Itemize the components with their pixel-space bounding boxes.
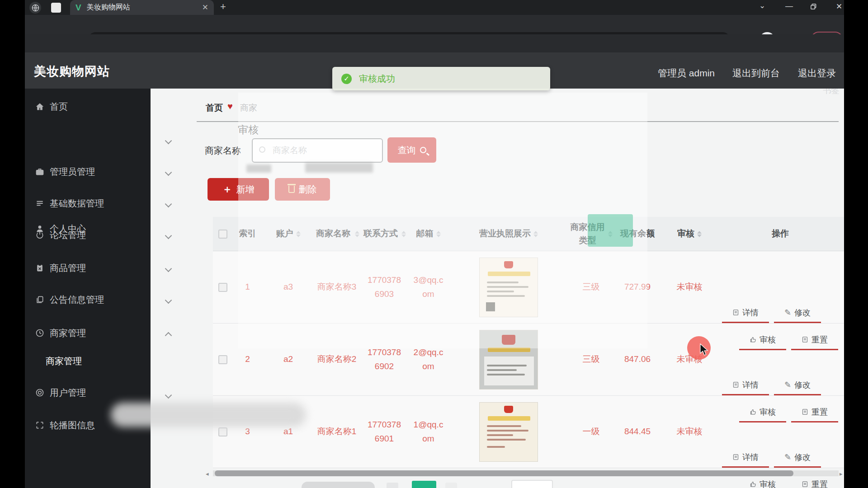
scroll-left-arrow[interactable]: ◂ — [206, 470, 209, 477]
audit-button[interactable]: 审核 — [739, 405, 786, 422]
sidebar-label: 基础数据管理 — [50, 197, 104, 210]
pagination-prev-button[interactable] — [387, 483, 398, 488]
list-icon — [35, 198, 45, 208]
document-icon — [732, 309, 739, 316]
document-icon — [802, 481, 808, 488]
chevron-down-icon[interactable] — [165, 137, 172, 145]
globe-icon[interactable] — [29, 2, 41, 14]
logout-link[interactable]: 退出登录 — [798, 67, 836, 80]
col-header-actions: 操作 — [717, 227, 844, 240]
chevron-down-icon[interactable] — [165, 169, 172, 176]
sidebar-item-notice[interactable]: 公告信息管理 — [25, 289, 151, 310]
toast-message: 审核成功 — [359, 73, 395, 85]
cell-audit-status: 未审核 — [662, 425, 717, 438]
scroll-right-arrow[interactable]: ▸ — [840, 470, 843, 477]
chevron-down-icon[interactable] — [165, 201, 172, 208]
edit-button[interactable]: ✎修改 — [774, 450, 821, 468]
sidebar-item-basic-data[interactable]: 基础数据管理 — [25, 192, 151, 214]
document-icon — [802, 408, 808, 415]
detail-button[interactable]: 详情 — [722, 450, 769, 468]
row-checkbox[interactable] — [218, 427, 227, 436]
pagination-total — [302, 482, 375, 488]
reset-button[interactable]: 重置 — [791, 477, 838, 488]
blurred-watermark — [111, 403, 306, 427]
row-checkbox[interactable] — [218, 283, 227, 292]
pinned-tab-icon[interactable] — [51, 3, 61, 13]
detail-button[interactable]: 详情 — [722, 378, 769, 395]
select-all-checkbox[interactable] — [218, 230, 227, 239]
reset-button[interactable]: 重置 — [791, 405, 838, 422]
sidebar-sublabel: 商家管理 — [46, 355, 82, 367]
browser-address-bar: ← → ⟳ i localhost:8081/#/shangjia ☆ 无痕模式… — [25, 15, 844, 34]
page-size-select[interactable] — [511, 480, 553, 488]
sidebar-label: 公告信息管理 — [50, 294, 104, 306]
col-header-audit[interactable]: 审核 — [662, 227, 717, 240]
sidebar-item-admin[interactable]: 管理员管理 — [25, 161, 151, 183]
tab-close-icon[interactable]: ✕ — [202, 3, 208, 12]
chevron-down-icon[interactable] — [165, 265, 172, 272]
audit-button[interactable]: 审核 — [739, 333, 786, 350]
pagination-next-button[interactable] — [445, 483, 457, 488]
chevron-up-icon[interactable] — [165, 332, 172, 339]
cell-index: 2 — [233, 352, 262, 366]
sidebar-item-merchant[interactable]: 商家管理 — [25, 322, 151, 344]
sidebar-item-goods[interactable]: 商品管理 — [25, 257, 151, 279]
cell-audit-status: 未审核 — [662, 280, 717, 294]
tab-search-icon[interactable]: ⌄ — [759, 1, 765, 10]
chevron-down-icon[interactable] — [165, 297, 172, 304]
horizontal-scrollbar-thumb[interactable] — [215, 470, 793, 476]
sidebar-label: 轮播图信息 — [50, 419, 95, 432]
detail-button[interactable]: 详情 — [722, 305, 769, 323]
sidebar-item-users[interactable]: 用户管理 — [25, 382, 151, 404]
sort-icon[interactable] — [697, 231, 702, 237]
screen: V 美妆购物网站 ✕ + ⌄ — ✕ ← → ⟳ i localhost:808… — [0, 0, 868, 488]
active-tab[interactable]: V 美妆购物网站 ✕ — [70, 0, 214, 15]
ghost-confirm-button — [588, 214, 633, 247]
pencil-icon: ✎ — [784, 452, 791, 462]
minimize-button[interactable]: — — [785, 2, 793, 11]
sidebar-subitem-merchant[interactable]: 商家管理 — [46, 352, 145, 370]
clock-icon — [35, 328, 45, 338]
cell-account: a2 — [262, 352, 314, 366]
heart-icon: ♥ — [227, 101, 233, 112]
thumb-icon — [750, 408, 756, 415]
cell-email: 1@qq.com — [413, 418, 444, 446]
document-icon — [732, 454, 739, 460]
exit-to-front-link[interactable]: 退出到前台 — [732, 67, 780, 80]
power-icon — [35, 230, 45, 240]
cell-credit-type: 三级 — [570, 352, 613, 366]
cell-merchant-name: 商家名称2 — [316, 352, 357, 366]
sidebar-item-home[interactable]: 首页 — [25, 96, 151, 117]
cell-merchant-name: 商家名称1 — [316, 425, 357, 438]
chevron-down-icon[interactable] — [165, 392, 172, 399]
new-tab-button[interactable]: + — [220, 1, 226, 13]
admin-user-label: 管理员 admin — [658, 67, 715, 80]
clipboard-icon — [35, 263, 45, 273]
ghost-text — [305, 163, 373, 173]
sidebar: 首页 个人中心 管理员管理 基础数据管理 论坛管理 商品管理 — [25, 89, 151, 488]
merchant-name-label: 商家名称 — [205, 145, 241, 157]
row-checkbox[interactable] — [218, 355, 227, 364]
license-image[interactable] — [479, 402, 538, 462]
sidebar-label: 论坛管理 — [50, 229, 86, 241]
thumb-icon — [750, 481, 756, 488]
mouse-cursor — [699, 343, 710, 356]
pages-icon — [35, 295, 45, 305]
reset-button[interactable]: 重置 — [791, 333, 838, 350]
breadcrumb-home[interactable]: 首页 — [206, 102, 223, 114]
home-icon — [35, 102, 45, 112]
close-window-button[interactable]: ✕ — [836, 2, 842, 11]
cell-email: 2@qq.com — [413, 346, 444, 373]
sidebar-label: 首页 — [50, 101, 68, 113]
chevron-down-icon[interactable] — [165, 232, 172, 239]
browser-window: V 美妆购物网站 ✕ + ⌄ — ✕ ← → ⟳ i localhost:808… — [25, 0, 844, 488]
maximize-button[interactable] — [811, 3, 816, 12]
pencil-icon: ✎ — [784, 380, 791, 390]
sidebar-item-forum[interactable]: 论坛管理 — [25, 224, 151, 246]
audit-button[interactable]: 审核 — [739, 477, 786, 488]
edit-button[interactable]: ✎修改 — [774, 378, 821, 395]
thumb-icon — [750, 336, 756, 343]
edit-button[interactable]: ✎修改 — [774, 305, 821, 323]
pagination-active-page[interactable] — [412, 481, 436, 488]
tab-title: 美妆购物网站 — [87, 3, 202, 12]
